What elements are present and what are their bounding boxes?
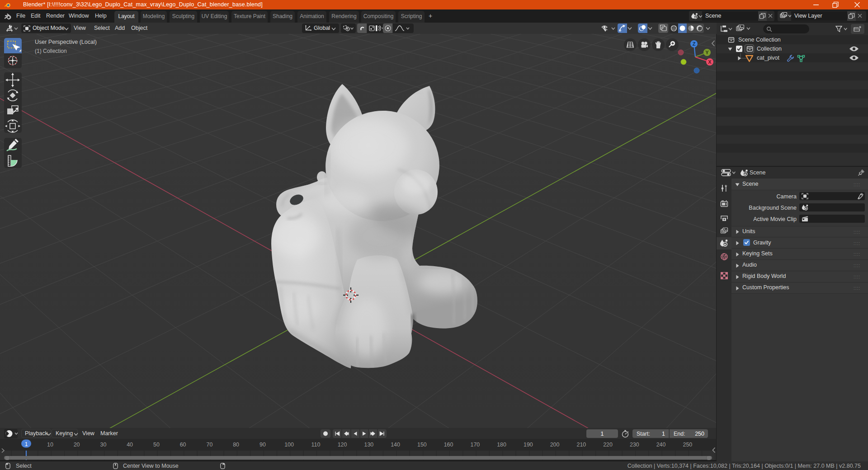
svg-text:10: 10	[47, 442, 53, 448]
svg-text:1: 1	[25, 441, 28, 447]
svg-text:110: 110	[311, 442, 320, 448]
svg-text:160: 160	[444, 442, 453, 448]
svg-text:230: 230	[630, 442, 639, 448]
svg-text:Y: Y	[705, 50, 709, 55]
svg-text:60: 60	[180, 442, 186, 448]
svg-text:70: 70	[206, 442, 212, 448]
svg-text:200: 200	[550, 442, 560, 448]
svg-text:130: 130	[364, 442, 373, 448]
svg-text:150: 150	[417, 442, 427, 448]
svg-text:240: 240	[656, 442, 666, 448]
svg-text:X: X	[708, 59, 712, 65]
svg-text:220: 220	[603, 442, 613, 448]
svg-text:120: 120	[338, 442, 347, 448]
svg-text:140: 140	[391, 442, 400, 448]
svg-text:Z: Z	[693, 41, 696, 47]
svg-text:210: 210	[576, 442, 586, 448]
svg-text:190: 190	[524, 442, 533, 448]
svg-text:80: 80	[233, 442, 239, 448]
svg-text:40: 40	[127, 442, 133, 448]
svg-text:30: 30	[100, 442, 106, 448]
svg-text:100: 100	[284, 442, 294, 448]
svg-text:90: 90	[259, 442, 266, 448]
svg-text:250: 250	[683, 442, 692, 448]
svg-text:180: 180	[497, 442, 506, 448]
svg-text:50: 50	[153, 442, 160, 448]
svg-text:170: 170	[470, 442, 480, 448]
svg-text:20: 20	[74, 442, 80, 448]
